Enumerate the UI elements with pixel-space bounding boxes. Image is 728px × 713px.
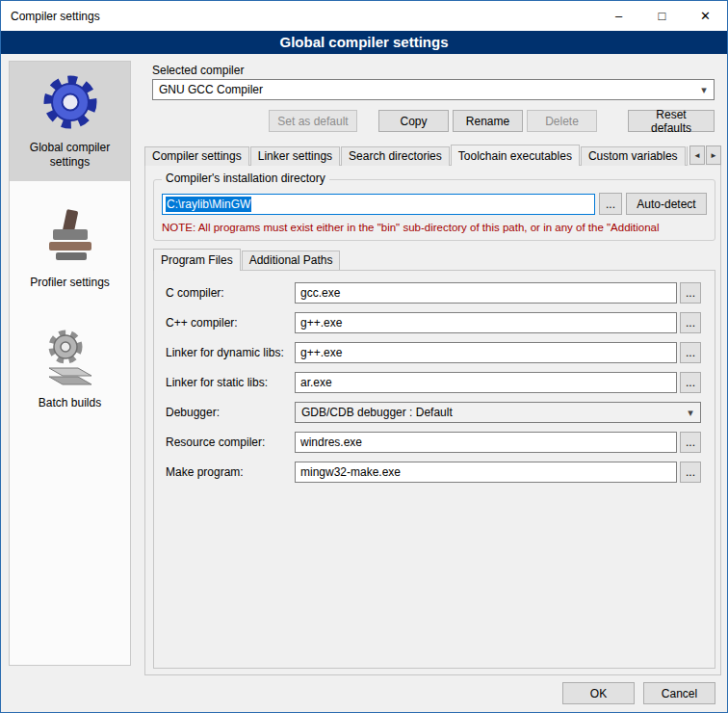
maximize-icon: □ (659, 9, 666, 23)
selected-compiler-dropdown[interactable]: GNU GCC Compiler ▾ (152, 79, 715, 100)
sidebar-item-batch-builds[interactable]: Batch builds (10, 317, 130, 422)
field-row: C++ compiler: ... (154, 312, 715, 333)
blue-gear-icon (39, 71, 101, 133)
subtab-program-files[interactable]: Program Files (153, 249, 241, 271)
reset-defaults-button[interactable]: Reset defaults (628, 110, 715, 132)
field-label: Resource compiler: (166, 436, 289, 449)
tab-linker-settings[interactable]: Linker settings (250, 146, 340, 166)
browse-button[interactable]: ... (680, 432, 701, 453)
chevron-down-icon: ▾ (683, 403, 698, 422)
installation-directory-row: C:\raylib\MinGW ... Auto-detect (162, 193, 707, 215)
maximize-button[interactable]: □ (640, 1, 684, 31)
chevron-down-icon: ▾ (696, 80, 712, 99)
compiler-settings-dialog: Compiler settings – □ ✕ Global compiler … (0, 0, 728, 713)
sidebar-item-label: Global compiler settings (13, 141, 126, 170)
browse-button[interactable]: ... (680, 282, 701, 304)
field-label: C compiler: (166, 286, 289, 300)
field-row: Linker for static libs: ... (154, 372, 715, 393)
tab-compiler-settings[interactable]: Compiler settings (144, 146, 249, 166)
tab-search-directories[interactable]: Search directories (341, 146, 450, 166)
c-compiler-input[interactable] (295, 282, 677, 304)
tab-custom-variables[interactable]: Custom variables (581, 146, 686, 166)
browse-button[interactable]: ... (680, 462, 701, 483)
title-bar[interactable]: Compiler settings – □ ✕ (1, 1, 727, 31)
sidebar-item-label: Profiler settings (30, 276, 110, 290)
field-label: C++ compiler: (166, 316, 289, 330)
sidebar-item-global-compiler-settings[interactable]: Global compiler settings (10, 62, 130, 181)
arrow-left-icon: ◄ (693, 151, 701, 160)
window-title: Compiler settings (1, 1, 597, 31)
installation-directory-label: Compiler's installation directory (162, 172, 329, 185)
minimize-button[interactable]: – (597, 1, 640, 31)
field-label: Make program: (166, 465, 289, 479)
bin-subdirectory-note: NOTE: All programs must exist either in … (162, 222, 711, 233)
field-row: Resource compiler: ... (154, 432, 715, 453)
executables-subtabstrip: Program Files Additional Paths (153, 249, 715, 270)
dialog-footer: OK Cancel (562, 682, 715, 704)
settings-sidebar: Global compiler settings Profiler settin… (9, 61, 131, 666)
close-button[interactable]: ✕ (684, 1, 727, 31)
field-row: C compiler: ... (154, 282, 715, 304)
dynamic-libs-linker-input[interactable] (295, 342, 677, 363)
rename-button[interactable]: Rename (453, 110, 523, 132)
compiler-actions: Set as default Copy Rename Delete Reset … (152, 110, 715, 132)
field-label: Linker for dynamic libs: (166, 346, 289, 359)
tab-scroll-controls: ◄ ► (688, 145, 721, 165)
field-label: Debugger: (166, 406, 289, 419)
page-title: Global compiler settings (1, 31, 727, 54)
debugger-value: GDB/CDB debugger : Default (301, 406, 453, 419)
ok-button[interactable]: OK (562, 682, 635, 704)
sidebar-item-label: Batch builds (39, 396, 101, 410)
field-row: Debugger: GDB/CDB debugger : Default ▾ (154, 402, 715, 423)
tab-scroll-right-button[interactable]: ► (706, 145, 721, 165)
main-tabstrip: Compiler settings Linker settings Search… (144, 145, 721, 166)
program-files-panel: C compiler: ... C++ compiler: ... Linker… (153, 270, 715, 669)
browse-button[interactable]: ... (680, 312, 701, 333)
field-label: Linker for static libs: (166, 376, 289, 389)
field-row: Linker for dynamic libs: ... (154, 342, 715, 363)
browse-button[interactable]: ... (680, 342, 701, 363)
minimize-icon: – (615, 9, 622, 23)
make-program-input[interactable] (295, 462, 677, 483)
field-row: Make program: ... (154, 462, 715, 483)
installation-directory-group: Compiler's installation directory C:\ray… (153, 179, 715, 241)
selected-compiler-value: GNU GCC Compiler (159, 83, 263, 96)
installation-directory-value: C:\raylib\MinGW (166, 197, 251, 212)
debugger-dropdown[interactable]: GDB/CDB debugger : Default ▾ (295, 402, 701, 423)
gray-gears-icon (39, 327, 101, 388)
cancel-button[interactable]: Cancel (643, 682, 715, 704)
installation-directory-input[interactable]: C:\raylib\MinGW (162, 194, 595, 215)
tab-toolchain-executables[interactable]: Toolchain executables (451, 145, 580, 166)
profiler-tool-icon (39, 206, 101, 268)
arrow-right-icon: ► (710, 151, 717, 160)
subtab-additional-paths[interactable]: Additional Paths (242, 251, 341, 270)
static-libs-linker-input[interactable] (295, 372, 677, 393)
selected-compiler-label: Selected compiler (152, 64, 244, 77)
auto-detect-button[interactable]: Auto-detect (626, 193, 707, 215)
toolchain-executables-panel: Compiler's installation directory C:\ray… (144, 165, 721, 675)
tab-scroll-left-button[interactable]: ◄ (689, 145, 705, 165)
close-icon: ✕ (700, 9, 711, 23)
directory-browse-button[interactable]: ... (599, 193, 622, 215)
cpp-compiler-input[interactable] (295, 312, 677, 333)
copy-button[interactable]: Copy (378, 110, 449, 132)
delete-button: Delete (527, 110, 597, 132)
resource-compiler-input[interactable] (295, 432, 677, 453)
set-as-default-button: Set as default (269, 110, 357, 132)
sidebar-item-profiler-settings[interactable]: Profiler settings (10, 197, 130, 302)
browse-button[interactable]: ... (680, 372, 701, 393)
